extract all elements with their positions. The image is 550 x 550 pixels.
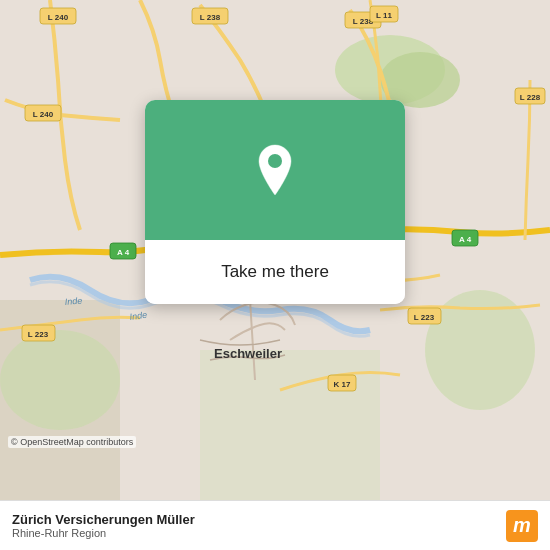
svg-point-4 (0, 330, 120, 430)
svg-text:Eschweiler: Eschweiler (214, 346, 282, 361)
map-container: L 240 L 240 L 238 L 238 L 238 L 11 L 11 … (0, 0, 550, 500)
svg-text:L 240: L 240 (48, 13, 69, 22)
svg-text:L 240: L 240 (33, 110, 54, 119)
svg-text:A 4: A 4 (117, 248, 130, 257)
map-pin-icon (253, 143, 297, 197)
svg-text:L 238: L 238 (200, 13, 221, 22)
card-map-area (145, 100, 405, 240)
card-button-area: Take me there (145, 240, 405, 304)
bottom-bar: Zürich Versicherungen Müller Rhine-Ruhr … (0, 500, 550, 550)
svg-point-36 (268, 154, 282, 168)
osm-attribution: © OpenStreetMap contributors (8, 436, 136, 448)
svg-text:L 223: L 223 (414, 313, 435, 322)
svg-text:L 11: L 11 (376, 11, 392, 20)
svg-text:A 4: A 4 (459, 235, 472, 244)
svg-text:K 17: K 17 (334, 380, 351, 389)
location-card: Take me there (145, 100, 405, 304)
take-me-there-button[interactable]: Take me there (161, 252, 389, 292)
svg-text:L 228: L 228 (520, 93, 541, 102)
location-info: Zürich Versicherungen Müller Rhine-Ruhr … (12, 512, 195, 539)
location-region: Rhine-Ruhr Region (12, 527, 195, 539)
svg-text:L 223: L 223 (28, 330, 49, 339)
location-name: Zürich Versicherungen Müller (12, 512, 195, 527)
moovit-logo: m (506, 510, 538, 542)
moovit-m-icon: m (506, 510, 538, 542)
svg-text:Inde: Inde (64, 296, 82, 307)
